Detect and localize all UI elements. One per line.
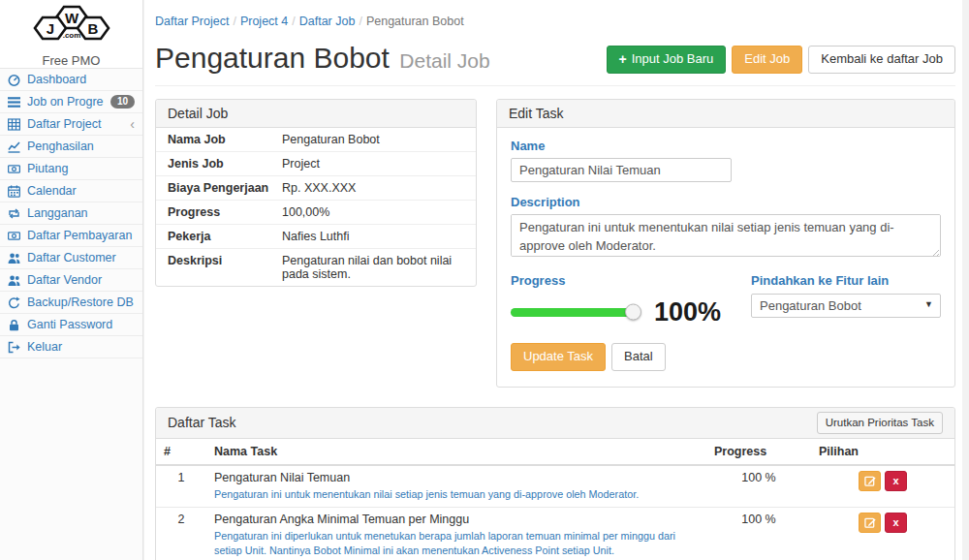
breadcrumb-link-project-4[interactable]: Project 4 [240,15,288,28]
x-icon: x [892,517,898,528]
line-chart-icon [8,140,20,153]
dashboard-icon [8,74,20,86]
sidebar-item-job-on-progress[interactable]: Job on Progress 10 [0,91,142,113]
sidebar-item-daftar-project[interactable]: Daftar Project ‹ [0,113,142,136]
page-header: Pengaturan Bobot Detail Job + Input Job … [155,44,955,86]
daftar-task-panel-title: Daftar Task [168,415,236,430]
sidebar-item-daftar-customer[interactable]: Daftar Customer [0,247,142,269]
lock-icon [8,319,20,331]
task-name: Pengaturan Nilai Temuan [214,471,699,484]
retweet-icon [8,207,20,220]
pencil-square-icon [864,516,876,528]
edit-task-panel-title: Edit Task [497,100,954,128]
table-row: 1 Pengaturan Nilai Temuan Pengaturan ini… [156,465,954,508]
input-job-baru-label: Input Job Baru [632,51,714,68]
sidebar: W J B .com Free PMO Dashboard Job on Pro… [0,0,143,560]
update-task-button[interactable]: Update Task [511,343,606,371]
progress-group: Progress 100% [511,273,751,326]
task-num: 2 [156,507,206,560]
sidebar-item-daftar-pembayaran[interactable]: Daftar Pembayaran [0,225,142,247]
batal-button[interactable]: Batal [611,343,666,371]
edit-task-button[interactable] [859,513,881,533]
edit-task-panel: Edit Task Name Description Pengaturan in… [496,99,955,388]
sidebar-item-label: Ganti Password [27,318,135,331]
sign-out-icon [8,341,20,354]
task-description: Pengaturan ini untuk menentukan nilai se… [214,487,699,502]
move-feature-label: Pindahkan ke Fitur lain [751,273,941,288]
col-header-actions: Pilihan [811,439,954,465]
breadcrumb-separator: / [359,15,361,28]
task-description: Pengaturan ini diperlukan untuk menetuka… [214,529,699,558]
delete-task-button[interactable]: x [885,471,907,491]
sidebar-item-backup-restore[interactable]: Backup/Restore DB [0,292,142,314]
daftar-task-panel: Daftar Task Urutkan Prioritas Task # Nam… [155,407,955,560]
x-icon: x [892,476,898,486]
edit-task-button[interactable] [859,471,881,491]
task-description-textarea[interactable]: Pengaturan ini untuk menentukan nilai se… [511,214,941,257]
detail-row-biaya: Biaya Pengerjaan Rp. XXX.XXX [156,176,476,201]
breadcrumb-separator: / [292,15,295,28]
tasks-icon [8,96,20,109]
page-title: Pengaturan Bobot [155,42,390,74]
edit-job-button[interactable]: Edit Job [732,46,802,74]
sidebar-item-label: Job on Progress [27,95,104,109]
table-icon [8,118,20,131]
sidebar-item-piutang[interactable]: Piutang [0,158,142,180]
sidebar-item-ganti-password[interactable]: Ganti Password [0,314,142,336]
plus-icon: + [619,52,627,66]
col-header-num: # [156,439,206,465]
sidebar-item-calendar[interactable]: Calendar [0,180,142,202]
sidebar-item-label: Piutang [27,162,135,175]
task-table-header-row: # Nama Task Progress Pilihan [156,439,954,465]
app-logo: W J B .com Free PMO [0,0,142,69]
calendar-icon [8,185,20,198]
task-table: # Nama Task Progress Pilihan 1 Pengatura… [156,439,954,560]
jwb-logo-icon: W J B .com [27,5,116,47]
sidebar-item-dashboard[interactable]: Dashboard [0,69,142,91]
brand-name: Free PMO [0,53,142,68]
money-icon [8,163,20,175]
chevron-left-icon: ‹ [130,117,135,131]
page-title-group: Pengaturan Bobot Detail Job [155,44,490,73]
users-icon [8,252,20,264]
sidebar-item-langganan[interactable]: Langganan [0,202,142,225]
detail-row-jenis-job: Jenis Job Project [156,152,476,176]
sidebar-item-penghasilan[interactable]: Penghasilan [0,136,142,158]
header-buttons: + Input Job Baru Edit Job Kembali ke daf… [607,46,955,74]
sidebar-item-label: Daftar Project [27,117,123,131]
move-feature-group: Pindahkan ke Fitur lain Pengaturan Bobot… [751,273,941,326]
breadcrumb-separator: / [233,15,235,28]
svg-text:W: W [64,10,78,26]
progress-label: Progress [511,273,751,288]
progress-slider[interactable] [511,308,639,317]
detail-row-deskripsi: Deskripsi Pengaturan nilai dan bobot nil… [156,249,476,286]
sidebar-item-label: Dashboard [27,73,135,86]
detail-row-progress: Progress 100,00% [156,201,476,225]
task-progress: 100 % [706,507,811,560]
detail-row-nama-job: Nama Job Pengaturan Bobot [156,128,476,152]
sidebar-item-keluar[interactable]: Keluar [0,336,142,358]
description-label: Description [511,195,941,209]
task-num: 1 [156,465,206,508]
svg-text:J: J [46,20,53,37]
breadcrumb-link-daftar-project[interactable]: Daftar Project [155,15,229,28]
col-header-name: Nama Task [206,439,706,465]
progress-slider-handle[interactable] [625,304,641,321]
breadcrumb-link-daftar-job[interactable]: Daftar Job [299,15,356,28]
pencil-square-icon [864,475,876,486]
sidebar-item-label: Backup/Restore DB [27,296,135,309]
urutkan-prioritas-button-top[interactable]: Urutkan Prioritas Task [817,412,943,434]
kembali-button[interactable]: Kembali ke daftar Job [808,46,955,74]
sidebar-item-label: Calendar [27,184,135,198]
refresh-icon [8,296,20,309]
task-name-input[interactable] [511,158,732,182]
delete-task-button[interactable]: x [885,513,907,533]
col-header-progress: Progress [706,439,811,465]
input-job-baru-button[interactable]: + Input Job Baru [607,46,727,74]
move-feature-select[interactable]: Pengaturan Bobot [751,294,941,318]
progress-value-text: 100% [654,299,721,326]
sidebar-item-daftar-vendor[interactable]: Daftar Vendor [0,269,142,292]
sidebar-item-label: Daftar Vendor [27,273,135,287]
svg-text:.com: .com [62,31,80,40]
breadcrumb-current: Pengaturan Bobot [366,15,464,28]
